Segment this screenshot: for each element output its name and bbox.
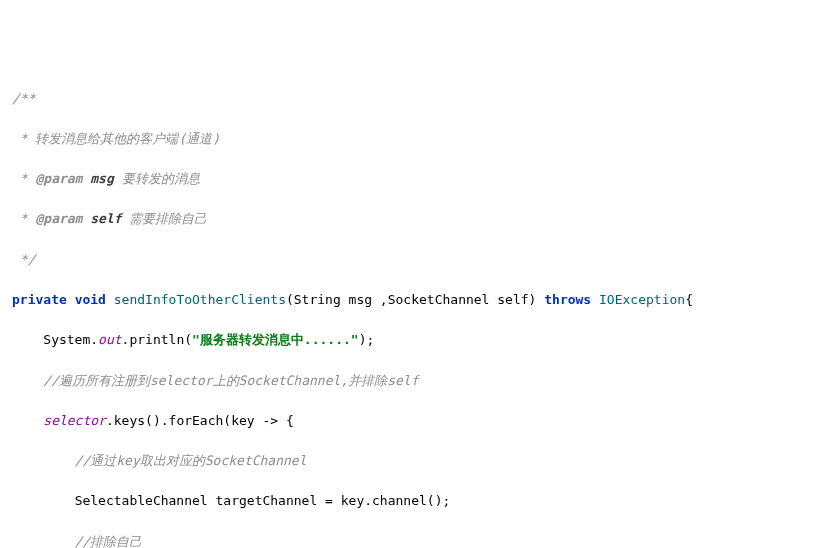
doc-param-desc: 需要排除自己 xyxy=(122,211,208,226)
doc-star: * xyxy=(12,211,35,226)
doc-param-tag: @param xyxy=(35,171,82,186)
foreach-call: .keys().forEach(key -> { xyxy=(106,413,294,428)
comment: //排除自己 xyxy=(75,534,143,548)
comment: //通过key取出对应的SocketChannel xyxy=(75,453,307,468)
code-line: selector.keys().forEach(key -> { xyxy=(12,411,815,431)
doc-param-name: msg xyxy=(90,171,113,186)
system: System. xyxy=(43,332,98,347)
brace: { xyxy=(685,292,693,307)
statement: SelectableChannel targetChannel = key.ch… xyxy=(75,493,451,508)
code-line: //排除自己 xyxy=(12,532,815,548)
kw-throws: throws xyxy=(544,292,591,307)
selector-field: selector xyxy=(43,413,106,428)
code-line: * 转发消息给其他的客户端(通道) xyxy=(12,129,815,149)
kw-private: private xyxy=(12,292,67,307)
println: .println( xyxy=(122,332,192,347)
doc-star: * xyxy=(12,171,35,186)
out-field: out xyxy=(98,332,121,347)
doc-param-name: self xyxy=(90,211,121,226)
code-line: private void sendInfoToOtherClients(Stri… xyxy=(12,290,815,310)
code-line: * @param msg 要转发的消息 xyxy=(12,169,815,189)
doc-param-tag: @param xyxy=(35,211,82,226)
method-name: sendInfoToOtherClients xyxy=(114,292,286,307)
string-literal: "服务器转发消息中......" xyxy=(192,332,359,347)
code-line: //通过key取出对应的SocketChannel xyxy=(12,451,815,471)
code-line: * @param self 需要排除自己 xyxy=(12,209,815,229)
code-line: System.out.println("服务器转发消息中......"); xyxy=(12,330,815,350)
doc-param-desc: 要转发的消息 xyxy=(114,171,200,186)
kw-void: void xyxy=(75,292,106,307)
doc-close: */ xyxy=(12,252,35,267)
code-line: */ xyxy=(12,250,815,270)
code-line: /** xyxy=(12,89,815,109)
exception-type: IOException xyxy=(599,292,685,307)
code-line: SelectableChannel targetChannel = key.ch… xyxy=(12,491,815,511)
doc-open: /** xyxy=(12,91,35,106)
comment: //遍历所有注册到selector上的SocketChannel,并排除self xyxy=(43,373,418,388)
code-line: //遍历所有注册到selector上的SocketChannel,并排除self xyxy=(12,371,815,391)
method-params: (String msg ,SocketChannel self) xyxy=(286,292,536,307)
doc-desc: * 转发消息给其他的客户端(通道) xyxy=(12,131,220,146)
